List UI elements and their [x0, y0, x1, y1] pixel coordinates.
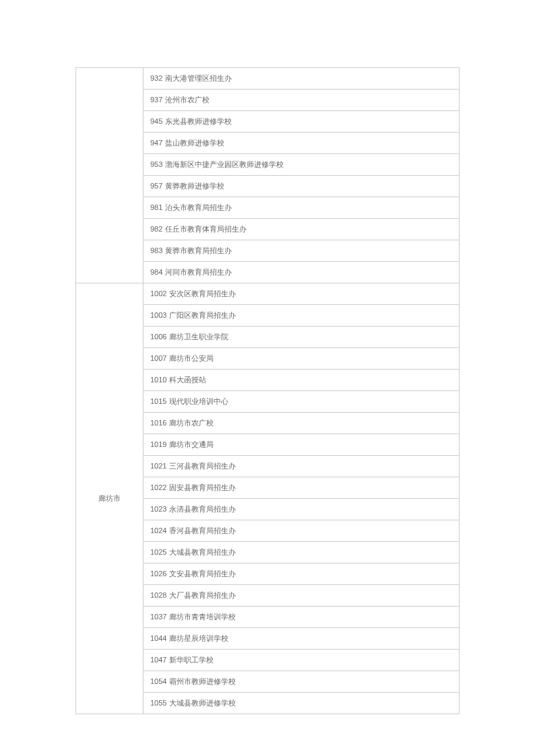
content-cell: 1028大厂县教育局招生办: [144, 585, 460, 607]
name-text: 固安县教育局招生办: [169, 483, 236, 491]
code-text: 1047: [150, 656, 166, 664]
code-text: 932: [150, 74, 162, 82]
code-text: 1026: [150, 570, 166, 578]
code-text: 953: [150, 160, 162, 168]
code-text: 1028: [150, 591, 166, 599]
content-cell: 1024香河县教育局招生办: [144, 520, 460, 542]
content-cell: 937沧州市农广校: [144, 90, 460, 111]
code-text: 1010: [150, 376, 166, 384]
code-text: 937: [150, 96, 162, 104]
content-cell: 1022固安县教育局招生办: [144, 477, 460, 499]
content-cell: 1003广阳区教育局招生办: [144, 305, 460, 327]
code-text: 957: [150, 182, 162, 190]
code-text: 1055: [150, 699, 166, 707]
name-text: 新华职工学校: [169, 656, 214, 664]
name-text: 广阳区教育局招生办: [169, 311, 236, 319]
code-text: 1015: [150, 397, 166, 405]
content-cell: 1047新华职工学校: [144, 650, 460, 671]
enrollment-table: 932南大港管理区招生办937沧州市农广校945东光县教师进修学校947盐山教师…: [75, 67, 460, 714]
name-text: 霸州市教师进修学校: [169, 677, 236, 685]
code-text: 981: [150, 203, 162, 211]
code-text: 984: [150, 268, 162, 276]
name-text: 廊坊卫生职业学院: [169, 333, 228, 341]
name-text: 廊坊星辰培训学校: [169, 634, 228, 642]
content-cell: 1002安次区教育局招生办: [144, 283, 460, 305]
content-cell: 1021三河县教育局招生办: [144, 456, 460, 477]
name-text: 东光县教师进修学校: [165, 117, 232, 125]
code-text: 982: [150, 225, 162, 233]
region-cell: 廊坊市: [76, 283, 144, 714]
content-cell: 983黄骅市教育局招生办: [144, 240, 460, 262]
name-text: 沧州市农广校: [165, 96, 210, 104]
code-text: 1016: [150, 419, 166, 427]
name-text: 香河县教育局招生办: [169, 526, 236, 535]
content-cell: 1006廊坊卫生职业学院: [144, 327, 460, 348]
code-text: 1006: [150, 333, 166, 341]
name-text: 渤海新区中捷产业园区教师进修学校: [165, 160, 284, 168]
content-cell: 957黄骅教师进修学校: [144, 176, 460, 197]
code-text: 983: [150, 246, 162, 254]
code-text: 947: [150, 139, 162, 147]
code-text: 1054: [150, 677, 166, 685]
content-cell: 1055大城县教师进修学校: [144, 693, 460, 714]
content-cell: 932南大港管理区招生办: [144, 68, 460, 90]
content-cell: 1044廊坊星辰培训学校: [144, 628, 460, 650]
content-cell: 982任丘市教育体育局招生办: [144, 219, 460, 240]
name-text: 黄骅教师进修学校: [165, 182, 224, 190]
content-cell: 1026文安县教育局招生办: [144, 563, 460, 585]
content-cell: 1025大城县教育局招生办: [144, 542, 460, 563]
content-cell: 1016廊坊市农广校: [144, 413, 460, 434]
code-text: 1025: [150, 548, 166, 556]
table-row: 932南大港管理区招生办: [76, 68, 460, 90]
name-text: 大城县教师进修学校: [169, 699, 236, 707]
content-cell: 984河间市教育局招生办: [144, 262, 460, 283]
code-text: 1021: [150, 462, 166, 470]
name-text: 科大函授站: [169, 376, 206, 384]
name-text: 盐山教师进修学校: [165, 139, 224, 147]
name-text: 三河县教育局招生办: [169, 462, 236, 470]
content-cell: 1007廊坊市公安局: [144, 348, 460, 370]
name-text: 文安县教育局招生办: [169, 570, 236, 578]
name-text: 永清县教育局招生办: [169, 505, 236, 513]
content-cell: 1054霸州市教师进修学校: [144, 671, 460, 693]
content-cell: 1010科大函授站: [144, 370, 460, 391]
code-text: 1023: [150, 505, 166, 513]
name-text: 泊头市教育局招生办: [165, 203, 232, 211]
content-cell: 1023永清县教育局招生办: [144, 499, 460, 520]
region-cell: [76, 68, 144, 283]
code-text: 1002: [150, 289, 166, 298]
name-text: 河间市教育局招生办: [165, 268, 232, 276]
code-text: 1019: [150, 440, 166, 448]
name-text: 廊坊市青青培训学校: [169, 613, 236, 621]
content-cell: 1037廊坊市青青培训学校: [144, 607, 460, 628]
content-cell: 953渤海新区中捷产业园区教师进修学校: [144, 154, 460, 176]
name-text: 廊坊市农广校: [169, 419, 214, 427]
code-text: 1003: [150, 311, 166, 319]
code-text: 1037: [150, 613, 166, 621]
content-cell: 1015现代职业培训中心: [144, 391, 460, 413]
name-text: 黄骅市教育局招生办: [165, 246, 232, 254]
content-cell: 981泊头市教育局招生办: [144, 197, 460, 219]
name-text: 现代职业培训中心: [169, 397, 228, 405]
code-text: 1007: [150, 354, 166, 362]
code-text: 1024: [150, 526, 166, 535]
table-row: 廊坊市1002安次区教育局招生办: [76, 283, 460, 305]
name-text: 任丘市教育体育局招生办: [165, 225, 247, 233]
code-text: 1022: [150, 483, 166, 491]
name-text: 南大港管理区招生办: [165, 74, 232, 82]
code-text: 945: [150, 117, 162, 125]
content-cell: 947盐山教师进修学校: [144, 133, 460, 154]
content-cell: 1019廊坊市交通局: [144, 434, 460, 456]
content-cell: 945东光县教师进修学校: [144, 111, 460, 133]
code-text: 1044: [150, 634, 166, 642]
name-text: 安次区教育局招生办: [169, 289, 236, 298]
name-text: 大城县教育局招生办: [169, 548, 236, 556]
name-text: 廊坊市公安局: [169, 354, 214, 362]
name-text: 廊坊市交通局: [169, 440, 214, 448]
name-text: 大厂县教育局招生办: [169, 591, 236, 599]
